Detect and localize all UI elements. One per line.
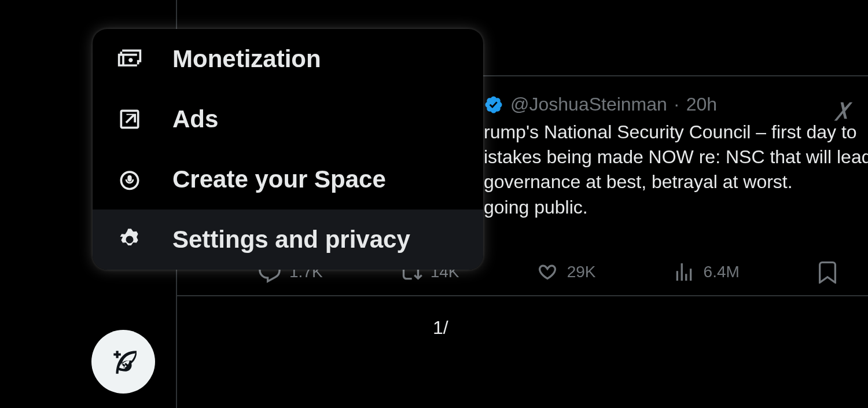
compose-button[interactable] bbox=[91, 330, 155, 394]
menu-label: Settings and privacy bbox=[172, 226, 410, 253]
bookmark-button[interactable] bbox=[816, 260, 839, 284]
chart-icon bbox=[672, 260, 696, 284]
money-icon bbox=[116, 45, 144, 73]
separator-dot: · bbox=[674, 94, 679, 115]
like-count: 29K bbox=[567, 263, 596, 281]
menu-item-ads[interactable]: Ads bbox=[93, 89, 483, 149]
menu-label: Create your Space bbox=[172, 166, 386, 193]
view-count: 6.4M bbox=[704, 263, 740, 281]
bookmark-icon bbox=[816, 260, 839, 284]
views-button[interactable]: 6.4M bbox=[672, 260, 740, 284]
feather-icon bbox=[109, 347, 138, 376]
menu-item-settings[interactable]: Settings and privacy bbox=[93, 209, 483, 270]
more-menu: Monetization Ads Create your Space Setti… bbox=[93, 29, 483, 270]
menu-item-create-space[interactable]: Create your Space bbox=[93, 149, 483, 209]
tweet-handle[interactable]: @JoshuaSteinman bbox=[510, 94, 667, 115]
menu-item-monetization[interactable]: Monetization bbox=[93, 29, 483, 89]
like-button[interactable]: 29K bbox=[536, 260, 596, 284]
tweet-timestamp[interactable]: 20h bbox=[686, 94, 717, 115]
menu-label: Ads bbox=[172, 105, 218, 133]
thread-marker: 1/ bbox=[433, 317, 448, 339]
verified-badge-icon bbox=[484, 95, 503, 115]
mic-icon bbox=[116, 166, 144, 193]
arrow-out-icon bbox=[116, 105, 144, 133]
gear-icon bbox=[116, 226, 144, 253]
menu-label: Monetization bbox=[172, 45, 321, 73]
heart-icon bbox=[536, 260, 559, 284]
